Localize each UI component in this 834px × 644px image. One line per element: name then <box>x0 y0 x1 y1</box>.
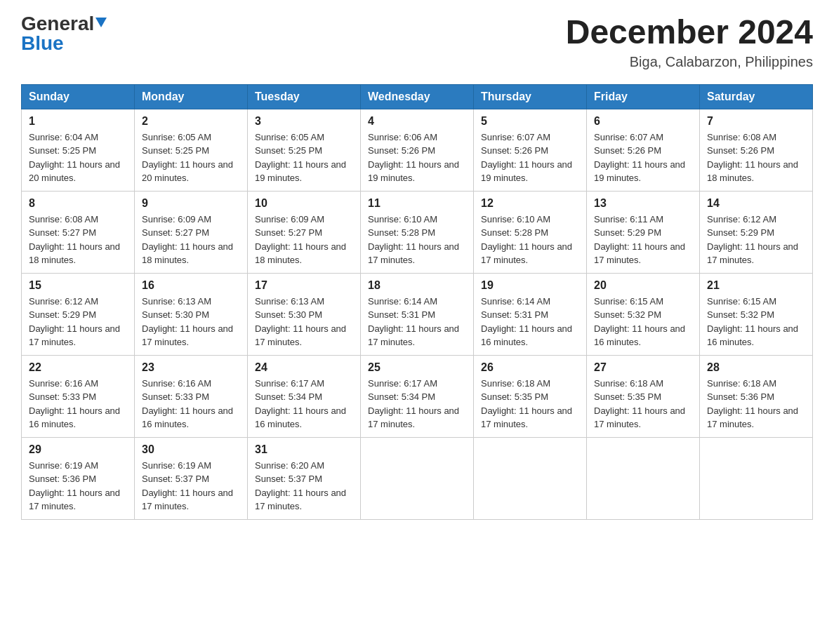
calendar-cell: 24 Sunrise: 6:17 AMSunset: 5:34 PMDaylig… <box>248 355 361 437</box>
day-info: Sunrise: 6:05 AMSunset: 5:25 PMDaylight:… <box>142 130 240 185</box>
day-info: Sunrise: 6:05 AMSunset: 5:25 PMDaylight:… <box>255 130 353 185</box>
page-header: General Blue December 2024 Biga, Calabar… <box>21 14 813 70</box>
day-number: 9 <box>142 197 240 210</box>
day-number: 1 <box>29 115 127 128</box>
calendar-cell: 3 Sunrise: 6:05 AMSunset: 5:25 PMDayligh… <box>248 109 361 191</box>
day-info: Sunrise: 6:08 AMSunset: 5:26 PMDaylight:… <box>707 130 805 185</box>
calendar-row-week-2: 8 Sunrise: 6:08 AMSunset: 5:27 PMDayligh… <box>22 191 813 273</box>
column-header-friday: Friday <box>587 84 700 109</box>
day-number: 13 <box>594 197 692 210</box>
day-info: Sunrise: 6:14 AMSunset: 5:31 PMDaylight:… <box>481 295 579 349</box>
day-info: Sunrise: 6:12 AMSunset: 5:29 PMDaylight:… <box>707 213 805 267</box>
calendar-cell: 9 Sunrise: 6:09 AMSunset: 5:27 PMDayligh… <box>135 191 248 273</box>
day-number: 31 <box>255 443 353 456</box>
day-number: 7 <box>707 115 805 128</box>
day-info: Sunrise: 6:09 AMSunset: 5:27 PMDaylight:… <box>142 213 240 267</box>
column-header-tuesday: Tuesday <box>248 84 361 109</box>
day-info: Sunrise: 6:13 AMSunset: 5:30 PMDaylight:… <box>142 295 240 349</box>
logo-general-text: General <box>21 14 94 34</box>
calendar-cell: 23 Sunrise: 6:16 AMSunset: 5:33 PMDaylig… <box>135 355 248 437</box>
day-number: 27 <box>594 361 692 374</box>
day-info: Sunrise: 6:16 AMSunset: 5:33 PMDaylight:… <box>142 377 240 431</box>
calendar-cell: 12 Sunrise: 6:10 AMSunset: 5:28 PMDaylig… <box>474 191 587 273</box>
calendar-cell: 21 Sunrise: 6:15 AMSunset: 5:32 PMDaylig… <box>700 273 813 355</box>
calendar-cell: 5 Sunrise: 6:07 AMSunset: 5:26 PMDayligh… <box>474 109 587 191</box>
calendar-cell: 7 Sunrise: 6:08 AMSunset: 5:26 PMDayligh… <box>700 109 813 191</box>
day-info: Sunrise: 6:15 AMSunset: 5:32 PMDaylight:… <box>707 295 805 349</box>
day-number: 28 <box>707 361 805 374</box>
column-header-thursday: Thursday <box>474 84 587 109</box>
calendar-cell: 1 Sunrise: 6:04 AMSunset: 5:25 PMDayligh… <box>22 109 135 191</box>
calendar-cell: 30 Sunrise: 6:19 AMSunset: 5:37 PMDaylig… <box>135 437 248 519</box>
day-number: 30 <box>142 443 240 456</box>
calendar-cell: 27 Sunrise: 6:18 AMSunset: 5:35 PMDaylig… <box>587 355 700 437</box>
day-info: Sunrise: 6:13 AMSunset: 5:30 PMDaylight:… <box>255 295 353 349</box>
calendar-title: December 2024 <box>566 14 813 51</box>
day-number: 3 <box>255 115 353 128</box>
day-number: 23 <box>142 361 240 374</box>
calendar-cell: 14 Sunrise: 6:12 AMSunset: 5:29 PMDaylig… <box>700 191 813 273</box>
calendar-cell: 17 Sunrise: 6:13 AMSunset: 5:30 PMDaylig… <box>248 273 361 355</box>
column-header-monday: Monday <box>135 84 248 109</box>
day-number: 4 <box>368 115 466 128</box>
day-number: 8 <box>29 197 127 210</box>
calendar-cell <box>361 437 474 519</box>
day-number: 22 <box>29 361 127 374</box>
day-number: 11 <box>368 197 466 210</box>
calendar-cell: 19 Sunrise: 6:14 AMSunset: 5:31 PMDaylig… <box>474 273 587 355</box>
day-info: Sunrise: 6:10 AMSunset: 5:28 PMDaylight:… <box>481 213 579 267</box>
calendar-cell: 2 Sunrise: 6:05 AMSunset: 5:25 PMDayligh… <box>135 109 248 191</box>
day-number: 18 <box>368 279 466 292</box>
logo: General Blue <box>21 14 107 53</box>
logo-triangle-icon <box>95 18 107 27</box>
day-info: Sunrise: 6:14 AMSunset: 5:31 PMDaylight:… <box>368 295 466 349</box>
day-info: Sunrise: 6:19 AMSunset: 5:37 PMDaylight:… <box>142 459 240 514</box>
day-number: 5 <box>481 115 579 128</box>
day-number: 21 <box>707 279 805 292</box>
day-info: Sunrise: 6:18 AMSunset: 5:35 PMDaylight:… <box>481 377 579 431</box>
day-info: Sunrise: 6:07 AMSunset: 5:26 PMDaylight:… <box>481 130 579 185</box>
day-info: Sunrise: 6:10 AMSunset: 5:28 PMDaylight:… <box>368 213 466 267</box>
calendar-cell: 25 Sunrise: 6:17 AMSunset: 5:34 PMDaylig… <box>361 355 474 437</box>
day-info: Sunrise: 6:18 AMSunset: 5:35 PMDaylight:… <box>594 377 692 431</box>
day-number: 10 <box>255 197 353 210</box>
day-number: 15 <box>29 279 127 292</box>
day-number: 16 <box>142 279 240 292</box>
day-number: 17 <box>255 279 353 292</box>
calendar-cell: 13 Sunrise: 6:11 AMSunset: 5:29 PMDaylig… <box>587 191 700 273</box>
day-info: Sunrise: 6:11 AMSunset: 5:29 PMDaylight:… <box>594 213 692 267</box>
calendar-cell: 22 Sunrise: 6:16 AMSunset: 5:33 PMDaylig… <box>22 355 135 437</box>
calendar-row-week-1: 1 Sunrise: 6:04 AMSunset: 5:25 PMDayligh… <box>22 109 813 191</box>
day-info: Sunrise: 6:09 AMSunset: 5:27 PMDaylight:… <box>255 213 353 267</box>
calendar-row-week-4: 22 Sunrise: 6:16 AMSunset: 5:33 PMDaylig… <box>22 355 813 437</box>
day-info: Sunrise: 6:04 AMSunset: 5:25 PMDaylight:… <box>29 130 127 185</box>
day-number: 14 <box>707 197 805 210</box>
column-header-sunday: Sunday <box>22 84 135 109</box>
calendar-header-row: SundayMondayTuesdayWednesdayThursdayFrid… <box>22 84 813 109</box>
day-info: Sunrise: 6:08 AMSunset: 5:27 PMDaylight:… <box>29 213 127 267</box>
calendar-cell <box>474 437 587 519</box>
day-info: Sunrise: 6:19 AMSunset: 5:36 PMDaylight:… <box>29 459 127 514</box>
day-number: 29 <box>29 443 127 456</box>
calendar-cell: 4 Sunrise: 6:06 AMSunset: 5:26 PMDayligh… <box>361 109 474 191</box>
title-section: December 2024 Biga, Calabarzon, Philippi… <box>566 14 813 70</box>
calendar-cell: 18 Sunrise: 6:14 AMSunset: 5:31 PMDaylig… <box>361 273 474 355</box>
calendar-cell: 20 Sunrise: 6:15 AMSunset: 5:32 PMDaylig… <box>587 273 700 355</box>
day-number: 26 <box>481 361 579 374</box>
column-header-wednesday: Wednesday <box>361 84 474 109</box>
calendar-cell: 29 Sunrise: 6:19 AMSunset: 5:36 PMDaylig… <box>22 437 135 519</box>
day-number: 2 <box>142 115 240 128</box>
calendar-cell: 26 Sunrise: 6:18 AMSunset: 5:35 PMDaylig… <box>474 355 587 437</box>
day-info: Sunrise: 6:17 AMSunset: 5:34 PMDaylight:… <box>255 377 353 431</box>
calendar-subtitle: Biga, Calabarzon, Philippines <box>566 54 813 70</box>
day-info: Sunrise: 6:20 AMSunset: 5:37 PMDaylight:… <box>255 459 353 514</box>
calendar-cell: 10 Sunrise: 6:09 AMSunset: 5:27 PMDaylig… <box>248 191 361 273</box>
calendar-cell <box>587 437 700 519</box>
calendar-table: SundayMondayTuesdayWednesdayThursdayFrid… <box>21 84 813 520</box>
calendar-cell: 11 Sunrise: 6:10 AMSunset: 5:28 PMDaylig… <box>361 191 474 273</box>
day-number: 6 <box>594 115 692 128</box>
calendar-cell: 31 Sunrise: 6:20 AMSunset: 5:37 PMDaylig… <box>248 437 361 519</box>
calendar-cell: 28 Sunrise: 6:18 AMSunset: 5:36 PMDaylig… <box>700 355 813 437</box>
calendar-cell: 6 Sunrise: 6:07 AMSunset: 5:26 PMDayligh… <box>587 109 700 191</box>
day-number: 25 <box>368 361 466 374</box>
